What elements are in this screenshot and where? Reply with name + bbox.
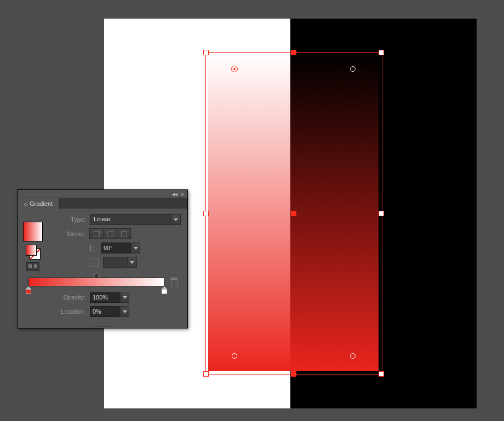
handle-ne[interactable] — [379, 50, 384, 55]
handle-s[interactable] — [291, 371, 296, 377]
gradient-stop-0[interactable] — [26, 286, 31, 294]
corner-widget-se[interactable] — [350, 353, 356, 359]
panel-tab-row: ◇Gradient — [18, 198, 187, 209]
opacity-input[interactable] — [90, 292, 119, 303]
fill-stroke-toggle[interactable] — [26, 245, 40, 259]
stroke-align-center-button[interactable] — [103, 228, 117, 239]
gradient-panel[interactable]: ◂◂ × ◇Gradient Type: Linear — [17, 189, 188, 328]
type-value: Linear — [90, 215, 171, 224]
delete-stop-icon[interactable] — [170, 278, 177, 286]
panel-close-icon[interactable]: × — [181, 191, 184, 198]
handle-e[interactable] — [379, 211, 384, 216]
dropdown-icon — [127, 257, 136, 267]
gradient-bar[interactable] — [28, 278, 164, 286]
aspect-ratio-icon — [90, 258, 99, 267]
angle-input[interactable] — [101, 243, 130, 253]
corner-widget-sw[interactable] — [232, 353, 237, 359]
handle-nw[interactable] — [203, 50, 209, 55]
handle-n[interactable] — [291, 50, 296, 55]
stroke-align-outside-button[interactable] — [117, 228, 131, 239]
location-label: Location: — [47, 308, 85, 315]
gradient-slider[interactable] — [24, 273, 181, 289]
swatch-column — [23, 222, 43, 271]
handle-center[interactable] — [291, 211, 296, 216]
fill-swatch[interactable] — [26, 245, 37, 256]
dropdown-icon — [171, 215, 180, 224]
gradient-stop-1[interactable] — [162, 286, 167, 294]
corner-widget-ne[interactable] — [350, 66, 356, 72]
tab-expand-icon: ◇ — [24, 202, 27, 207]
stroke-label: Stroke: — [47, 230, 85, 237]
opacity-stepper-button[interactable] — [120, 292, 129, 302]
handle-w[interactable] — [203, 211, 209, 216]
location-stepper-button[interactable] — [120, 307, 129, 316]
handle-se[interactable] — [379, 371, 384, 377]
angle-stepper-button[interactable] — [131, 243, 140, 253]
stroke-align-inside-button[interactable] — [89, 228, 104, 239]
tab-gradient[interactable]: ◇Gradient — [18, 198, 60, 209]
panel-title: Gradient — [30, 200, 53, 207]
reverse-gradient-button[interactable] — [26, 262, 39, 271]
type-label: Type: — [47, 216, 85, 223]
panel-collapse-icon[interactable]: ◂◂ — [172, 191, 177, 198]
type-select[interactable]: Linear — [90, 214, 181, 225]
aspect-select[interactable] — [103, 257, 137, 268]
opacity-label: Opacity: — [47, 294, 85, 301]
gradient-preview-swatch[interactable] — [23, 222, 43, 241]
location-input[interactable] — [90, 306, 119, 317]
panel-resize-grip[interactable] — [18, 325, 187, 328]
stroke-align-group — [90, 228, 131, 239]
handle-sw[interactable] — [203, 371, 209, 377]
angle-icon — [90, 244, 98, 252]
gradient-origin-icon[interactable] — [231, 66, 238, 72]
